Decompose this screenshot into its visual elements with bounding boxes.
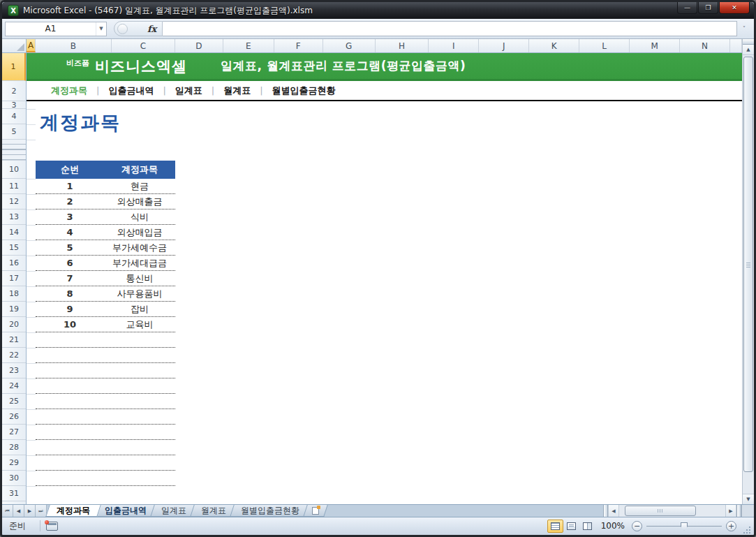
table-row-2[interactable]: 2외상매출금 — [36, 194, 175, 209]
row-header-22[interactable]: 22 — [2, 348, 26, 363]
table-empty-row[interactable] — [36, 348, 175, 363]
column-header-G[interactable]: G — [323, 39, 376, 52]
table-empty-row[interactable] — [36, 363, 175, 378]
row-header-5[interactable]: 5 — [2, 124, 26, 140]
horizontal-split-handle-2[interactable] — [736, 505, 741, 517]
row-header-4[interactable]: 4 — [2, 109, 26, 124]
page-break-view-button[interactable] — [579, 520, 595, 533]
row-header-28[interactable]: 28 — [2, 440, 26, 455]
hidden-rows-6-9[interactable] — [2, 140, 26, 161]
restore-button[interactable]: ❐ — [698, 2, 718, 14]
table-empty-row[interactable] — [36, 332, 175, 348]
cell-grid[interactable]: 비즈폼 비즈니스엑셀 일계표, 월계표관리 프로그램(평균입출금액) 계정과목|… — [27, 53, 742, 504]
row-header-15[interactable]: 15 — [2, 240, 26, 256]
page-layout-view-button[interactable] — [563, 520, 579, 533]
column-header-partial[interactable] — [730, 39, 742, 52]
normal-view-button[interactable] — [547, 520, 563, 533]
first-sheet-button[interactable]: ⏮ — [2, 505, 13, 517]
table-row-1[interactable]: 1현금 — [36, 179, 175, 194]
table-row-7[interactable]: 7통신비 — [36, 271, 175, 286]
column-header-K[interactable]: K — [529, 39, 579, 52]
column-header-I[interactable]: I — [429, 39, 479, 52]
table-empty-row[interactable] — [36, 440, 175, 455]
scroll-right-icon[interactable]: ▶ — [725, 505, 736, 517]
row-header-27[interactable]: 27 — [2, 425, 26, 440]
row-header-31[interactable]: 31 — [2, 486, 26, 501]
row-header-10[interactable]: 10 — [2, 161, 26, 179]
insert-worksheet-button[interactable] — [303, 505, 328, 517]
nav-link-5[interactable]: 월별입출금현황 — [263, 84, 345, 97]
column-header-B[interactable]: B — [36, 39, 112, 52]
row-header-26[interactable]: 26 — [2, 409, 26, 425]
row-header-20[interactable]: 20 — [2, 317, 26, 332]
vertical-split-handle[interactable] — [743, 39, 754, 45]
horizontal-scrollbar[interactable]: ◀ ▶ — [603, 505, 741, 517]
column-header-E[interactable]: E — [223, 39, 274, 52]
scroll-down-icon[interactable]: ▼ — [743, 494, 754, 504]
horizontal-scroll-thumb[interactable] — [625, 506, 696, 516]
row-header-18[interactable]: 18 — [2, 286, 26, 302]
account-table-header[interactable]: 순번 계정과목 — [36, 161, 175, 179]
prev-sheet-button[interactable]: ◀ — [13, 505, 24, 517]
scroll-left-icon[interactable]: ◀ — [608, 505, 619, 517]
horizontal-split-handle[interactable] — [603, 505, 608, 517]
next-sheet-button[interactable]: ▶ — [24, 505, 36, 517]
column-header-H[interactable]: H — [376, 39, 429, 52]
column-header-M[interactable]: M — [630, 39, 680, 52]
table-empty-row[interactable] — [36, 409, 175, 425]
row-header-14[interactable]: 14 — [2, 225, 26, 240]
nav-link-3[interactable]: 일계표 — [166, 84, 212, 97]
sheet-tab-1[interactable]: 계정과목 — [45, 505, 101, 517]
sheet-tab-2[interactable]: 입출금내역 — [94, 505, 158, 517]
column-header-D[interactable]: D — [175, 39, 223, 52]
table-empty-row[interactable] — [36, 394, 175, 409]
column-header-J[interactable]: J — [479, 39, 529, 52]
column-header-A[interactable]: A — [27, 39, 36, 52]
column-header-N[interactable]: N — [680, 39, 730, 52]
row-header-1[interactable]: 1 — [2, 53, 26, 81]
select-all-corner[interactable] — [2, 39, 27, 53]
row-header-21[interactable]: 21 — [2, 332, 26, 348]
resize-grip[interactable] — [742, 525, 751, 534]
sheet-tab-5[interactable]: 월별입출금현황 — [230, 505, 311, 517]
column-header-L[interactable]: L — [579, 39, 630, 52]
formula-input[interactable] — [163, 21, 737, 36]
zoom-in-button[interactable]: + — [726, 521, 736, 531]
row-header-3[interactable]: 3 — [2, 101, 26, 109]
nav-link-4[interactable]: 월계표 — [214, 84, 260, 97]
row-header-11[interactable]: 11 — [2, 179, 26, 194]
nav-link-1[interactable]: 계정과목 — [42, 84, 96, 97]
horizontal-scroll-track[interactable] — [619, 505, 725, 517]
table-row-4[interactable]: 4외상매입금 — [36, 225, 175, 240]
row-header-30[interactable]: 30 — [2, 471, 26, 486]
column-header-F[interactable]: F — [274, 39, 323, 52]
row-header-25[interactable]: 25 — [2, 394, 26, 409]
row-header-17[interactable]: 17 — [2, 271, 26, 286]
vertical-scrollbar[interactable]: ▲ ▼ — [742, 39, 754, 504]
nav-link-2[interactable]: 입출금내역 — [99, 84, 163, 97]
zoom-level[interactable]: 100% — [601, 521, 625, 531]
table-empty-row[interactable] — [36, 425, 175, 440]
table-empty-row[interactable] — [36, 378, 175, 394]
zoom-slider-track[interactable] — [646, 526, 722, 527]
table-row-10[interactable]: 10교육비 — [36, 317, 175, 332]
zoom-out-button[interactable]: − — [632, 521, 642, 531]
insert-function-icon[interactable]: fx — [147, 24, 156, 34]
table-row-8[interactable]: 8사무용품비 — [36, 286, 175, 302]
row-header-29[interactable]: 29 — [2, 455, 26, 471]
vertical-scroll-thumb[interactable] — [743, 57, 753, 472]
column-header-C[interactable]: C — [112, 39, 175, 52]
row-header-23[interactable]: 23 — [2, 363, 26, 378]
table-empty-row[interactable] — [36, 455, 175, 471]
macro-record-icon[interactable] — [46, 522, 58, 531]
last-sheet-button[interactable]: ⏭ — [36, 505, 47, 517]
table-empty-row[interactable] — [36, 471, 175, 486]
row-header-19[interactable]: 19 — [2, 302, 26, 317]
table-row-6[interactable]: 6부가세대급금 — [36, 256, 175, 271]
name-box[interactable]: A1 ▼ — [5, 22, 107, 36]
title-bar[interactable]: X Microsoft Excel - (5467) 일계표, 월계표관리 프로… — [2, 2, 754, 19]
row-header-12[interactable]: 12 — [2, 194, 26, 209]
scroll-up-icon[interactable]: ▲ — [743, 45, 754, 55]
name-box-dropdown-icon[interactable]: ▼ — [96, 22, 106, 36]
table-row-9[interactable]: 9잡비 — [36, 302, 175, 317]
